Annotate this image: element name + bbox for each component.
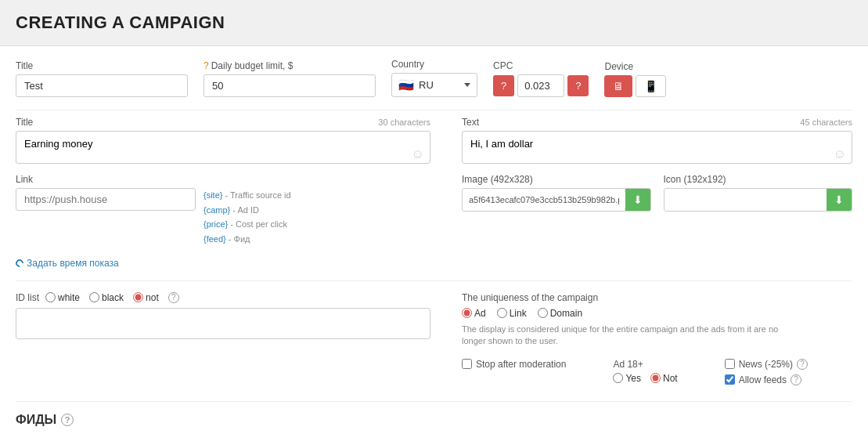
uniqueness-domain[interactable]: Domain [538,308,582,319]
image-row: Image (492x328) ⬇ Icon (192x192) ⬇ [462,174,852,212]
cpc-question2-btn[interactable]: ? [567,75,589,96]
hint-feed: {feed} - Фид [203,232,291,247]
ad18-radio-group: Yes Not [613,373,677,384]
show-time-link[interactable]: Задать время показа [16,258,119,269]
ad-text-label: Text [462,117,479,128]
page-title: CREATING A CAMPAIGN [16,13,852,33]
country-code: RU [419,79,434,91]
country-label: Country [391,59,477,70]
ad18-section: Ad 18+ Yes Not [613,359,677,384]
main-content: Title ? Daily budget limit, $ Country 🇷🇺… [0,46,868,434]
ad-text-textarea[interactable]: Hi, I am dollar [462,131,852,164]
page-header: CREATING A CAMPAIGN [0,0,868,46]
left-col: Title 30 characters Earning money ☺ Link… [16,117,430,269]
refresh-icon [14,258,25,269]
allow-feeds-question-icon[interactable]: ? [791,374,801,385]
device-mobile-btn[interactable]: 📱 [636,75,666,97]
icon-upload-btn[interactable]: ⬇ [827,189,852,211]
icon-input[interactable] [665,189,827,211]
allow-feeds-label: Allow feeds [739,374,787,385]
ad-title-textarea-wrap: Earning money ☺ [16,131,430,166]
id-list-header: ID list white black not ? [16,292,430,303]
options-row: Stop after moderation Ad 18+ Yes Not [462,359,852,385]
id-list-radio-group: white black not ? [45,292,179,303]
hint-price: {price} - Cost per click [203,217,291,232]
icon-input-wrap: ⬇ [664,188,853,212]
link-row: {site} - Traffic source id {camp} - Ad I… [16,188,430,247]
ad-text-chars: 45 characters [800,118,852,127]
uniqueness-label: The uniqueness of the campaign [462,292,852,303]
right-options: News (-25%) ? Allow feeds ? [725,359,808,385]
ad-title-group: Title 30 characters Earning money ☺ [16,117,430,166]
ad-text-header: Text 45 characters [462,117,852,128]
country-field-group: Country 🇷🇺 RU [391,59,477,97]
id-list-black[interactable]: black [89,292,124,303]
allow-feeds-checkbox-label[interactable]: Allow feeds ? [725,374,808,385]
ad-title-label: Title [16,117,33,128]
news-checkbox[interactable] [725,359,735,369]
link-label: Link [16,174,430,185]
feeds-section: ФИДЫ ? feed-1 ? feed-2 ? [16,401,852,434]
ad-title-header: Title 30 characters [16,117,430,128]
ad-text-textarea-wrap: Hi, I am dollar ☺ [462,131,852,166]
device-desktop-btn[interactable]: 🖥 [604,75,632,97]
budget-input[interactable] [203,74,376,97]
device-field-group: Device 🖥 📱 [604,61,666,97]
id-list-not[interactable]: not [133,292,159,303]
show-time-label: Задать время показа [27,258,119,269]
icon-label: Icon (192x192) [664,174,853,185]
device-group: 🖥 📱 [604,75,666,97]
stop-moderation-checkbox[interactable] [462,359,472,369]
uniqueness-section: The uniqueness of the campaign Ad Link D… [462,292,852,385]
uniqueness-ad[interactable]: Ad [462,308,486,319]
two-col: Title 30 characters Earning money ☺ Link… [16,117,852,269]
feeds-question-icon[interactable]: ? [61,414,74,426]
bottom-section: ID list white black not ? The u [16,292,852,385]
cpc-field-group: CPC ? ? [493,60,589,97]
id-list-textarea[interactable] [16,308,430,339]
id-list-white[interactable]: white [45,292,80,303]
stop-after-moderation: Stop after moderation [462,359,566,370]
divider-2 [16,280,852,281]
ad-text-group: Text 45 characters Hi, I am dollar ☺ [462,117,852,166]
uniqueness-desc: The display is considered unique for the… [462,324,791,348]
hint-site: {site} - Traffic source id [203,188,291,203]
news-checkbox-label[interactable]: News (-25%) ? [725,359,808,370]
image-input-wrap: ⬇ [462,188,651,212]
link-hints: {site} - Traffic source id {camp} - Ad I… [203,188,291,247]
cpc-question-btn[interactable]: ? [493,75,514,96]
uniqueness-link[interactable]: Link [497,308,527,319]
top-row: Title ? Daily budget limit, $ Country 🇷🇺… [16,59,852,97]
news-question-icon[interactable]: ? [797,359,808,370]
chevron-down-icon [464,83,470,87]
ad-title-textarea[interactable]: Earning money [16,131,430,164]
image-box: Image (492x328) ⬇ [462,174,651,212]
image-label: Image (492x328) [462,174,651,185]
divider-1 [16,110,852,110]
icon-box: Icon (192x192) ⬇ [664,174,853,212]
device-label: Device [604,61,666,72]
budget-field-group: ? Daily budget limit, $ [203,60,376,97]
link-input[interactable] [16,188,196,211]
ad18-not[interactable]: Not [650,373,678,384]
ad18-yes[interactable]: Yes [613,373,641,384]
allow-feeds-checkbox[interactable] [725,374,735,385]
image-upload-btn[interactable]: ⬇ [625,189,650,211]
image-input[interactable] [463,189,625,211]
right-col: Text 45 characters Hi, I am dollar ☺ Ima… [462,117,852,269]
ad18-label: Ad 18+ [613,359,677,370]
feeds-title: ФИДЫ ? [16,413,852,427]
title-label: Title [16,60,188,71]
budget-question-icon: ? [203,60,209,71]
flag-icon: 🇷🇺 [398,78,414,92]
budget-label: ? Daily budget limit, $ [203,60,376,71]
cpc-value-input[interactable] [517,74,564,97]
emoji-icon[interactable]: ☺ [412,147,424,161]
title-input[interactable] [16,74,188,97]
country-select[interactable]: 🇷🇺 RU [391,73,477,97]
text-emoji-icon[interactable]: ☺ [834,147,846,161]
cpc-group: ? ? [493,74,589,97]
cpc-label: CPC [493,60,589,71]
stop-moderation-checkbox-label[interactable]: Stop after moderation [462,359,566,370]
id-list-question[interactable]: ? [168,292,179,303]
